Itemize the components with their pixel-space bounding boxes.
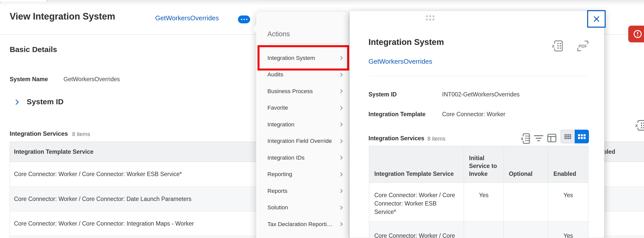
field-system-id: System ID INT002-GetWorkersOverrides (368, 91, 520, 98)
chevron-right-icon (339, 172, 343, 176)
integration-system-preview-panel: Integration System x PDF GetWorkersOverr… (349, 11, 604, 238)
cell-initial (464, 222, 504, 238)
actions-menu: Actions Integration System Audits Busine… (256, 11, 349, 238)
actions-menu-title: Actions (267, 30, 290, 38)
menu-item-tax-declaration-reporting[interactable]: Tax Declaration Reporti… (256, 216, 349, 233)
cell-service: Core Connector: Worker / Core Connector:… (369, 183, 464, 221)
chevron-right-icon (339, 56, 343, 60)
column-header-optional[interactable]: Optional (504, 146, 548, 182)
export-to-excel-icon[interactable]: x (635, 120, 644, 132)
panel-services-count: 8 items (427, 135, 445, 142)
basic-details-heading: Basic Details (10, 45, 57, 54)
menu-item-integration-ids[interactable]: Integration IDs (256, 149, 349, 166)
compact-grid-view-button[interactable] (560, 130, 575, 143)
menu-item-solution[interactable]: Solution (256, 199, 349, 216)
panel-services-table: Integration Template Service Initial Ser… (369, 146, 588, 238)
chevron-right-icon (339, 106, 343, 110)
table-header-row: Integration Template Service Initial Ser… (369, 146, 588, 183)
cell-optional (504, 183, 548, 221)
integration-system-link[interactable]: GetWorkersOverrides (155, 14, 219, 22)
grid-view-toggle (560, 130, 589, 143)
related-actions-button[interactable] (238, 15, 250, 23)
column-settings-icon[interactable] (547, 134, 556, 143)
system-name-value: GetWorkersOverrides (63, 76, 120, 83)
drag-handle-icon[interactable] (426, 15, 434, 21)
svg-text:x: x (521, 136, 523, 141)
ellipsis-icon (241, 19, 242, 20)
chevron-right-icon (339, 156, 343, 160)
panel-title: Integration System (368, 37, 444, 47)
panel-object-link[interactable]: GetWorkersOverrides (368, 58, 432, 65)
ellipsis-icon (246, 19, 247, 20)
chevron-right-icon (339, 206, 343, 210)
field-value: INT002-GetWorkersOverrides (442, 91, 520, 98)
panel-divider (368, 76, 587, 76)
menu-item-integration[interactable]: Integration (256, 116, 349, 133)
column-header-enabled[interactable]: Enabled (548, 146, 588, 182)
cell-service: Core Connector: Worker / Core (369, 222, 464, 238)
chevron-right-icon (339, 222, 343, 226)
close-icon (593, 15, 600, 23)
column-header-initial-service-to-invoke[interactable]: Initial Service to Invoke (464, 146, 504, 182)
chevron-right-icon (339, 139, 343, 143)
chevron-right-icon (339, 73, 343, 77)
menu-item-audits[interactable]: Audits (256, 66, 349, 83)
field-value: Core Connector: Worker (442, 111, 505, 118)
integration-services-count: 8 items (72, 131, 90, 138)
page-title: View Integration System (10, 11, 115, 22)
system-id-section-heading: System ID (27, 97, 63, 106)
browser-tab-stub (0, 0, 47, 2)
cell-enabled: Yes (548, 222, 588, 238)
panel-services-heading: Integration Services (368, 135, 424, 142)
field-integration-template: Integration Template Core Connector: Wor… (368, 111, 505, 118)
menu-item-business-process[interactable]: Business Process (256, 83, 349, 100)
chevron-right-icon (339, 123, 343, 127)
menu-divider (267, 43, 342, 44)
svg-text:x: x (635, 123, 638, 128)
menu-item-integration-system[interactable]: Integration System (256, 50, 349, 66)
filter-icon[interactable] (534, 135, 544, 143)
table-row[interactable]: Core Connector: Worker / Core Yes (369, 222, 588, 238)
menu-item-integration-field-override[interactable]: Integration Field Override (256, 133, 349, 150)
cell-optional (504, 222, 548, 238)
column-header-integration-template-service[interactable]: Integration Template Service (369, 146, 464, 182)
error-alert-button[interactable] (628, 26, 644, 42)
chevron-right-icon (339, 89, 343, 93)
export-to-excel-icon[interactable]: x (552, 40, 563, 53)
field-label: Integration Template (368, 111, 442, 118)
export-to-excel-icon[interactable]: x (521, 133, 530, 145)
grid-icon (578, 134, 586, 139)
error-icon (633, 29, 642, 39)
system-name-label: System Name (10, 76, 48, 83)
ellipsis-icon (244, 19, 245, 20)
svg-text:x: x (552, 43, 555, 49)
cell-enabled: Yes (548, 183, 588, 221)
cell-initial: Yes (464, 183, 504, 221)
integration-services-heading: Integration Services (10, 130, 68, 137)
table-row[interactable]: Core Connector: Worker / Core Connector:… (369, 183, 588, 222)
expanded-grid-view-button[interactable] (575, 130, 589, 143)
menu-item-favorite[interactable]: Favorite (256, 100, 349, 116)
close-button[interactable] (587, 10, 606, 28)
field-label: System ID (368, 91, 442, 98)
menu-item-reporting[interactable]: Reporting (256, 166, 349, 183)
chevron-right-icon (339, 189, 343, 193)
export-to-pdf-icon[interactable]: PDF (577, 40, 589, 53)
svg-text:PDF: PDF (578, 44, 587, 49)
menu-item-reports[interactable]: Reports (256, 183, 349, 199)
dense-grid-icon (565, 134, 571, 139)
